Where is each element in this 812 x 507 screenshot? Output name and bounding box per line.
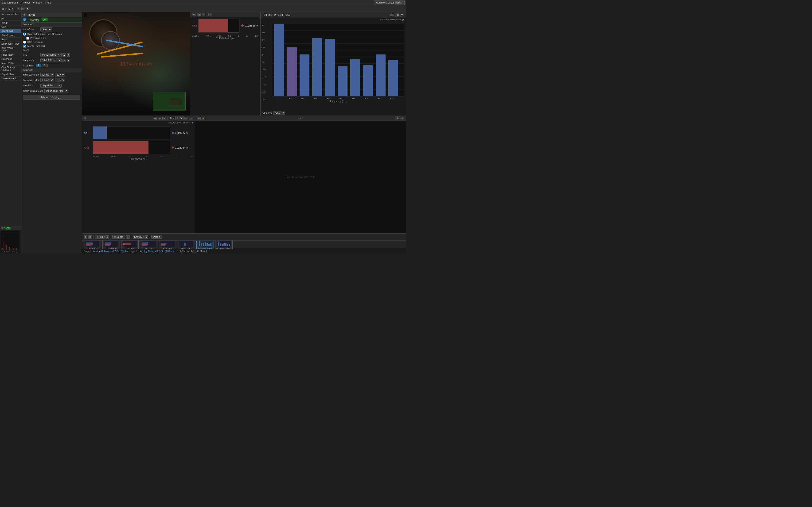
thdn-icon1[interactable]: ⊞ xyxy=(192,13,196,16)
sidebar-item-nratio[interactable]: Noise Ratio xyxy=(0,53,21,57)
dl-icon2[interactable]: ▤ xyxy=(202,117,205,120)
lowpass-filter-select[interactable]: Elliptic xyxy=(40,78,54,82)
thd-icon5[interactable]: ↕ xyxy=(185,117,188,120)
dl-unit-select[interactable]: dB xyxy=(395,116,404,120)
sidebar-item-setup[interactable]: Setup xyxy=(0,21,21,25)
ch2-channels-btn[interactable]: 2 xyxy=(42,64,48,67)
ch1-select[interactable]: 95.00 mVrms xyxy=(40,53,61,57)
frequency-select[interactable]: 1.00000 kHz xyxy=(40,58,61,62)
freq-up-btn[interactable]: ▲ xyxy=(62,59,66,62)
toggle-off-btn[interactable]: OFF xyxy=(395,1,402,4)
main-toolbar: ◀ THD+N ≡ ⊞ ▶ xyxy=(0,5,406,12)
sidebar-item-measurements[interactable]: Measurements... xyxy=(0,12,21,16)
thumb-thd-ratio[interactable]: THD Ratio xyxy=(121,241,139,249)
distortion-large-header: ⊞ ▤ Unit dB xyxy=(195,115,406,121)
precision-tune-option[interactable]: Precision Tune xyxy=(21,36,82,40)
thd-icon1[interactable]: ⊞ xyxy=(153,117,157,120)
back-arrow-icon[interactable]: ◀ xyxy=(1,7,4,10)
details-btn[interactable]: Details xyxy=(151,235,162,239)
generator-nav-back[interactable]: ◀ xyxy=(23,13,25,16)
sidebar-item-ilevel[interactable]: Input Level xyxy=(0,29,21,33)
weighting-select[interactable]: Signal Path xyxy=(40,83,61,88)
channel-label: Channel: xyxy=(262,111,272,114)
lowpass-freq-select[interactable]: 20 kHz xyxy=(55,78,65,82)
menu-project[interactable]: Project xyxy=(22,1,30,4)
thumb-noise-level[interactable]: Noise Level xyxy=(177,241,195,249)
toolbar-icon-2[interactable]: ⊞ xyxy=(21,7,25,10)
bar-h8 xyxy=(363,65,373,96)
sidebar-item-slevel[interactable]: Signal Level xyxy=(0,33,21,38)
thumb-svg-3 xyxy=(123,241,137,247)
thd-ratio-close[interactable]: ✕ xyxy=(84,117,86,120)
sidebar-item-meas[interactable]: Measurement... xyxy=(0,76,21,81)
distortion-unit-select[interactable]: dB xyxy=(395,13,404,17)
add-expand-icon[interactable]: ▼ xyxy=(105,235,109,239)
sidebar-item-ocundriven[interactable]: One Channel Undriven xyxy=(0,65,21,72)
menu-help[interactable]: Help xyxy=(46,1,51,4)
bt-icon1[interactable]: ⊞ xyxy=(84,235,87,239)
thd-icon3[interactable]: ≡ xyxy=(162,117,166,120)
thumb-thd-level[interactable]: THD Level xyxy=(140,241,157,249)
thdn-icon4[interactable]: ↕ xyxy=(208,13,212,16)
thd-auto-icon[interactable]: ↺ xyxy=(191,122,193,125)
menu-window[interactable]: Window xyxy=(33,1,42,4)
thumb-label-4: THD Level xyxy=(144,247,153,249)
audible-monitor-btn[interactable]: Audible Monitor OFF xyxy=(374,0,405,5)
sort-btn[interactable]: Sort By xyxy=(133,235,144,239)
thumb-svg-8 xyxy=(217,241,231,247)
high-perf-sine-option[interactable]: High Performance Sine Generator xyxy=(21,32,82,36)
thd-unit-select[interactable]: % xyxy=(175,116,184,120)
freq-down-btn[interactable]: ▼ xyxy=(67,59,70,62)
ch1-up-btn[interactable]: ▲ xyxy=(62,53,66,57)
sort-expand-icon[interactable]: ▼ xyxy=(145,235,148,239)
ch1-channels-btn[interactable]: 1 xyxy=(36,64,41,67)
sidebar-item-nratio2[interactable]: Noise Ratio xyxy=(0,61,21,65)
delete-expand-icon[interactable]: ▼ xyxy=(126,235,130,239)
high-perf-radio[interactable] xyxy=(23,33,26,36)
delete-btn[interactable]: ✕ Delete xyxy=(112,235,125,239)
sidebar-item-phase[interactable]: Signal Phase xyxy=(0,72,21,76)
ch1-down-btn[interactable]: ▼ xyxy=(67,53,70,57)
thdn-icon2[interactable]: ▤ xyxy=(197,13,201,16)
svg-rect-31 xyxy=(105,244,110,246)
sidebar-item-ratio[interactable]: Ratio xyxy=(0,38,21,42)
sidebar-item-ps[interactable]: ps... xyxy=(0,16,21,21)
dl-icon1[interactable]: ⊞ xyxy=(197,117,201,120)
highpass-filter-select[interactable]: Elliptic xyxy=(40,73,54,77)
notch-select[interactable]: Measured Frequency xyxy=(44,89,68,93)
sidebar-item-ilratio[interactable]: ion Product Ratio xyxy=(0,42,21,46)
sidebar-item-response[interactable]: Response xyxy=(0,57,21,61)
sidebar-item-ilevel2[interactable]: Ion Product Level xyxy=(0,46,21,53)
precision-tune-checkbox[interactable] xyxy=(26,37,30,40)
waveform-select[interactable]: Sine xyxy=(40,27,52,32)
fft-on-btn[interactable]: ON xyxy=(6,227,11,230)
toolbar-icon-3[interactable]: ▶ xyxy=(26,7,30,10)
thumb-noise-ratio[interactable]: Noise Ratio xyxy=(159,241,176,249)
thdn-icon3[interactable]: ≡ xyxy=(202,13,205,16)
toolbar-icon-1[interactable]: ≡ xyxy=(17,7,20,10)
thumb-label-6: Noise Level xyxy=(182,247,191,249)
thumb-distortion-product[interactable]: Distortion Product... xyxy=(196,241,214,249)
levels-track-checkbox[interactable] xyxy=(23,45,26,48)
highpass-freq-select[interactable]: 20 Hz xyxy=(55,73,65,77)
channel-dropdown[interactable]: Ch1 Ch2 xyxy=(273,111,285,115)
menu-measurements[interactable]: Measurements xyxy=(1,1,18,4)
sidebar-item-gain[interactable]: Gain xyxy=(0,25,21,29)
thumb-thdn-level[interactable]: THD+N Level xyxy=(102,241,120,249)
thd-icon2[interactable]: ▤ xyxy=(158,117,161,120)
xlabel-h9: H9 xyxy=(377,97,380,99)
advanced-settings-btn[interactable]: Advanced Settings... xyxy=(23,95,80,100)
thumb-distortion-produ[interactable]: Distortion Produ... xyxy=(215,241,233,249)
thdn-ratio-panel: ⊞ ▤ ≡ ↕ Ch2 0.228816 % xyxy=(190,12,260,115)
bt-icon2[interactable]: ▤ xyxy=(88,235,92,239)
thumb-thdn-ratio[interactable]: THD+N Ratio xyxy=(84,241,101,249)
levels-track-option[interactable]: Levels Track Ch1 xyxy=(21,44,82,48)
dac-gen-label: DAC Generator xyxy=(27,41,43,44)
distortion-auto-icon[interactable]: ↺ xyxy=(402,18,404,21)
xlabel-h10: H10 xyxy=(390,97,394,99)
add-btn[interactable]: + Add xyxy=(95,235,105,239)
generator-checkbox[interactable] xyxy=(23,18,26,21)
dac-gen-option[interactable]: DAC Generator xyxy=(21,40,82,44)
thd-expand-btn[interactable]: ⤡ xyxy=(189,117,193,120)
dac-radio[interactable] xyxy=(23,41,26,44)
